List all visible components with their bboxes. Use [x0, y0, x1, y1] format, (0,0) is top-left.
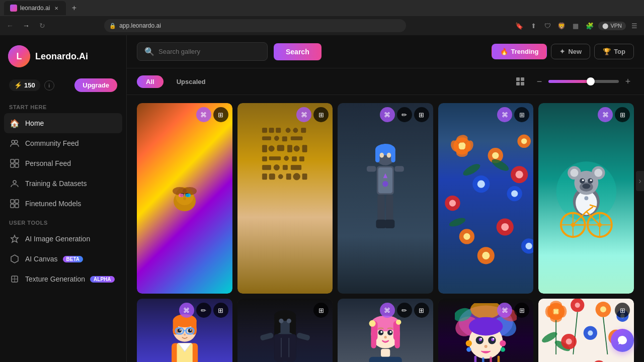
svg-rect-30 — [179, 194, 184, 197]
action-edit-button[interactable]: ✏ — [397, 107, 412, 122]
action-expand-button[interactable]: ⊞ — [514, 107, 529, 122]
action-generate-button[interactable]: ⌘ — [380, 303, 395, 318]
top-icon: 🏆 — [603, 48, 611, 55]
gallery-grid: ⌘ ⊞ — [137, 103, 634, 362]
sidebar: L Leonardo.Ai ⚡ 150 i Upgrade Start Here… — [0, 35, 127, 362]
extensions-button[interactable]: 🧩 — [584, 20, 595, 31]
svg-rect-12 — [15, 204, 19, 208]
increase-size-button[interactable]: + — [622, 75, 634, 87]
beta-badge: BETA — [63, 256, 83, 262]
svg-point-204 — [575, 303, 580, 308]
action-generate-button[interactable]: ⌘ — [380, 107, 395, 122]
tab-close-button[interactable]: ✕ — [53, 5, 60, 12]
forward-button[interactable]: → — [20, 20, 32, 32]
search-button[interactable]: Search — [274, 43, 321, 60]
trending-tab[interactable]: 🔥 Trending — [492, 44, 547, 59]
gallery-item[interactable]: ⌘ ⊞ — [237, 103, 333, 294]
action-expand-button[interactable]: ⊞ — [615, 107, 630, 122]
info-button[interactable]: i — [44, 80, 54, 90]
sidebar-item-community-feed[interactable]: Community Feed — [4, 133, 122, 153]
svg-rect-54 — [262, 165, 271, 170]
texture-icon — [9, 274, 20, 285]
svg-rect-31 — [186, 194, 191, 197]
gallery-item[interactable]: ⌘ ✏ ⊞ — [338, 299, 433, 362]
sidebar-item-home[interactable]: 🏠 Home — [4, 113, 122, 133]
gallery-item[interactable]: ⌘ ⊞ — [137, 103, 232, 294]
action-generate-button[interactable]: ⌘ — [497, 303, 512, 318]
action-expand-button[interactable]: ⊞ — [514, 303, 529, 318]
sidebar-item-ai-image[interactable]: AI Image Generation — [4, 229, 122, 249]
action-expand-button[interactable]: ⊞ — [615, 303, 630, 318]
action-generate-button[interactable]: ⌘ — [296, 107, 311, 122]
svg-rect-58 — [262, 174, 267, 179]
gallery-item[interactable]: ⌘ ✏ ⊞ — [338, 103, 433, 294]
svg-point-8 — [13, 180, 16, 184]
svg-rect-9 — [11, 200, 14, 203]
action-expand-button[interactable]: ⊞ — [213, 107, 228, 122]
svg-rect-18 — [516, 77, 520, 81]
action-generate-button[interactable]: ⌘ — [179, 303, 194, 318]
svg-rect-168 — [394, 335, 399, 348]
chat-button[interactable] — [611, 329, 634, 352]
action-generate-button[interactable]: ⌘ — [497, 107, 512, 122]
shield-icon: 🛡 — [542, 20, 553, 31]
share-button[interactable]: ⬆ — [528, 20, 539, 31]
action-expand-button[interactable]: ⊞ — [213, 303, 228, 318]
svg-point-196 — [485, 345, 488, 348]
upgrade-button[interactable]: Upgrade — [74, 78, 117, 92]
lock-icon: 🔒 — [109, 23, 116, 29]
sidebar-item-personal-feed[interactable]: Personal Feed — [4, 153, 122, 173]
svg-rect-5 — [15, 159, 19, 163]
gallery-item[interactable]: ⌘ ⊞ — [438, 103, 534, 294]
action-expand-button[interactable]: ⊞ — [414, 107, 429, 122]
gallery-item[interactable]: ⌘ ⊞ — [438, 299, 534, 362]
size-slider[interactable] — [548, 80, 619, 83]
item-actions: ⌘ ⊞ — [598, 107, 630, 122]
item-actions: ⌘ ✏ ⊞ — [380, 303, 429, 318]
top-label: Top — [614, 48, 625, 55]
action-edit-button[interactable]: ✏ — [196, 303, 211, 318]
new-tab-button[interactable]: + — [68, 2, 80, 14]
action-expand-button[interactable]: ⊞ — [414, 303, 429, 318]
svg-rect-71 — [378, 167, 392, 193]
all-tab[interactable]: All — [137, 75, 164, 88]
action-expand-button[interactable]: ⊞ — [313, 107, 329, 122]
gallery-item[interactable]: ⊞ — [237, 299, 333, 362]
svg-point-173 — [384, 336, 386, 338]
trending-label: Trending — [511, 48, 539, 55]
svg-rect-61 — [286, 174, 291, 179]
menu-button[interactable]: ☰ — [629, 20, 640, 31]
svg-point-68 — [380, 153, 384, 158]
svg-point-122 — [582, 184, 590, 189]
active-tab[interactable]: leonardo.ai ✕ — [4, 1, 66, 15]
sidebar-toggle[interactable]: ▦ — [570, 20, 581, 31]
new-tab[interactable]: ✦ New — [551, 44, 590, 59]
sidebar-item-ai-image-label: AI Image Generation — [25, 235, 90, 243]
gallery-item[interactable]: ⌘ ✏ ⊞ — [137, 299, 232, 362]
decrease-size-button[interactable]: − — [533, 75, 545, 87]
svg-line-217 — [603, 317, 608, 354]
upscaled-tab[interactable]: Upscaled — [168, 75, 215, 88]
sidebar-item-training[interactable]: Training & Datasets — [4, 173, 122, 194]
bookmark-button[interactable]: 🔖 — [514, 20, 525, 31]
back-button[interactable]: ← — [4, 20, 16, 32]
action-expand-button[interactable]: ⊞ — [313, 303, 329, 318]
action-generate-button[interactable]: ⌘ — [598, 107, 613, 122]
sidebar-item-finetuned[interactable]: Finetuned Models — [4, 194, 122, 214]
svg-rect-21 — [521, 82, 524, 85]
view-controls: All Upscaled − + — [127, 68, 644, 95]
credits-row: ⚡ 150 i Upgrade — [4, 75, 122, 98]
search-input[interactable] — [158, 48, 260, 55]
vpn-label: VPN — [610, 23, 622, 29]
action-edit-button[interactable]: ✏ — [397, 303, 412, 318]
grid-view-button[interactable] — [512, 73, 528, 89]
sidebar-item-ai-canvas[interactable]: AI Canvas BETA — [4, 249, 122, 269]
svg-rect-4 — [11, 159, 14, 163]
top-tab[interactable]: 🏆 Top — [594, 44, 634, 59]
action-generate-button[interactable]: ⌘ — [196, 107, 211, 122]
refresh-button[interactable]: ↻ — [36, 20, 48, 32]
gallery-item[interactable]: ⌘ ⊞ — [538, 103, 634, 294]
address-bar[interactable]: 🔒 app.leonardo.ai — [104, 19, 406, 32]
item-actions: ⊞ — [615, 303, 630, 318]
sidebar-item-texture[interactable]: Texture Generation ALPHA — [4, 269, 122, 289]
